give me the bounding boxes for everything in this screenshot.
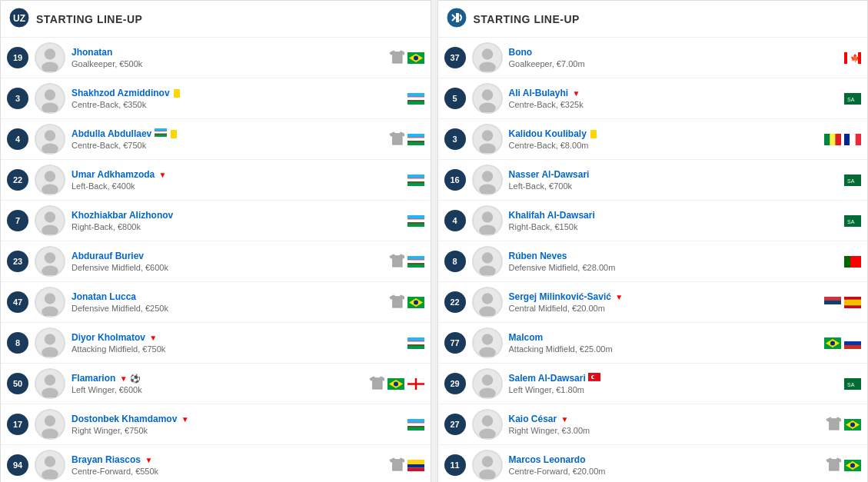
player-icons: 🍁 <box>844 52 861 64</box>
svg-rect-125 <box>844 256 850 268</box>
svg-rect-87 <box>407 460 424 464</box>
svg-rect-106 <box>830 134 835 145</box>
player-name[interactable]: Bono <box>509 47 533 58</box>
player-name[interactable]: Malcom <box>509 332 544 343</box>
player-avatar <box>35 83 65 114</box>
svg-point-3 <box>45 48 55 59</box>
player-name[interactable]: Abdurauf Buriev <box>72 251 144 261</box>
svg-rect-22 <box>155 131 167 131</box>
player-name[interactable]: Khozhiakbar Alizhonov <box>72 210 173 221</box>
shirt-icon <box>824 456 841 475</box>
right-team-panel: STARTING LINE-UP 37 Bono Goalkeeper, €7.… <box>437 0 869 482</box>
player-details: Goalkeeper, €7.00m <box>509 59 845 68</box>
player-row: 37 Bono Goalkeeper, €7.00m 🍁 <box>438 38 868 78</box>
svg-point-152 <box>481 415 492 426</box>
player-name[interactable]: Dostonbek Khamdamov <box>72 414 177 424</box>
player-name[interactable]: Umar Adkhamzoda <box>72 169 155 180</box>
player-details: Centre-Back, €750k <box>72 141 387 150</box>
inline-flag <box>588 373 600 381</box>
player-info: Salem Al-Dawsari Left Winger, €1.80m <box>509 373 845 394</box>
team-logo: UZ <box>8 7 30 31</box>
player-name[interactable]: Rúben Neves <box>509 251 567 261</box>
player-avatar <box>35 42 65 73</box>
player-name[interactable]: Brayan Riascos <box>72 454 141 465</box>
player-icons <box>387 456 424 475</box>
player-info: Malcom Attacking Midfield, €25.00m <box>509 332 825 354</box>
flag-uz <box>407 93 424 105</box>
svg-rect-52 <box>407 263 424 264</box>
player-details: Central Midfield, €20.00m <box>509 304 825 313</box>
player-number: 4 <box>7 128 28 150</box>
player-name[interactable]: Salem Al-Dawsari <box>509 373 586 384</box>
player-row: 23 Abdurauf Buriev Defensive Midfield, €… <box>1 241 431 282</box>
flag-br <box>844 419 861 430</box>
shirt-icon <box>387 252 404 271</box>
player-avatar <box>35 450 65 480</box>
player-name[interactable]: Jhonatan <box>72 47 112 58</box>
svg-text:SA: SA <box>847 178 855 184</box>
player-name[interactable]: Flamarion <box>72 373 115 384</box>
svg-text:SA: SA <box>847 382 855 387</box>
flag-br <box>824 337 841 349</box>
red-down-arrow: ▼ <box>159 171 167 179</box>
player-avatar <box>472 450 503 480</box>
player-row: 50 Flamarion ▼ ⚽ Left Winger, €600k <box>1 364 431 404</box>
flag-sn <box>824 134 841 145</box>
player-icons <box>387 252 424 271</box>
svg-point-112 <box>481 171 492 181</box>
player-info: Abdurauf Buriev Defensive Midfield, €600… <box>72 251 387 272</box>
player-icons <box>824 337 861 349</box>
player-details: Defensive Midfield, €600k <box>72 263 387 272</box>
player-number: 94 <box>7 454 28 476</box>
player-name[interactable]: Jonatan Lucca <box>72 291 136 302</box>
team-divider <box>431 0 437 482</box>
player-number: 3 <box>7 88 28 109</box>
player-name[interactable]: Kaio César <box>509 414 557 424</box>
player-name[interactable]: Ali Al-Bulayhi <box>509 88 569 98</box>
svg-point-60 <box>45 334 55 344</box>
red-down-arrow: ▼ <box>181 415 189 424</box>
svg-point-98 <box>481 89 492 100</box>
player-details: Left-Back, €400k <box>72 181 407 191</box>
red-down-arrow: ▼ <box>120 374 128 383</box>
player-name[interactable]: Khalifah Al-Dawsari <box>509 210 595 221</box>
player-number: 8 <box>7 332 28 354</box>
svg-rect-28 <box>407 141 424 141</box>
flag-pt <box>844 256 861 268</box>
shirt-icon <box>387 48 404 68</box>
player-icons <box>407 215 424 227</box>
player-name[interactable]: Abdulla Abdullaev <box>72 128 151 139</box>
player-info: Kaio César ▼ Right Winger, €3.00m <box>509 414 825 435</box>
player-row: 16 Nasser Al-Dawsari Left-Back, €700k SA <box>438 160 868 201</box>
svg-rect-15 <box>407 100 424 101</box>
player-avatar <box>35 409 65 440</box>
svg-text:🍁: 🍁 <box>850 53 860 63</box>
shirt-icon <box>387 130 404 149</box>
svg-rect-44 <box>407 222 424 223</box>
player-row: 8 Diyor Kholmatov ▼ Attacking Midfield, … <box>1 323 431 364</box>
svg-rect-110 <box>856 134 861 145</box>
svg-rect-82 <box>407 422 424 423</box>
player-number: 29 <box>444 373 466 394</box>
player-row: 17 Dostonbek Khamdamov ▼ Right Winger, €… <box>1 404 431 445</box>
player-number: 23 <box>7 251 28 272</box>
player-info: Diyor Kholmatov ▼ Attacking Midfield, €7… <box>72 332 407 354</box>
player-name[interactable]: Shakhzod Azmiddinov <box>72 88 170 98</box>
player-icons <box>844 256 861 268</box>
svg-rect-107 <box>836 134 841 145</box>
player-name[interactable]: Kalidou Koulibaly <box>509 128 587 139</box>
svg-point-30 <box>45 171 55 181</box>
player-name[interactable]: Diyor Kholmatov <box>72 332 145 343</box>
svg-rect-142 <box>844 345 861 349</box>
player-avatar <box>35 327 65 358</box>
player-avatar <box>35 368 65 399</box>
player-name[interactable]: Nasser Al-Dawsari <box>509 169 590 180</box>
player-name[interactable]: Sergej Milinković-Savić <box>509 291 611 302</box>
svg-rect-83 <box>407 426 424 427</box>
player-name[interactable]: Marcos Leonardo <box>509 454 586 465</box>
svg-rect-88 <box>407 464 424 468</box>
player-info: Khozhiakbar Alizhonov Right-Back, €800k <box>72 210 407 231</box>
player-number: 5 <box>444 88 466 109</box>
svg-point-127 <box>481 293 492 304</box>
player-avatar <box>472 368 503 399</box>
